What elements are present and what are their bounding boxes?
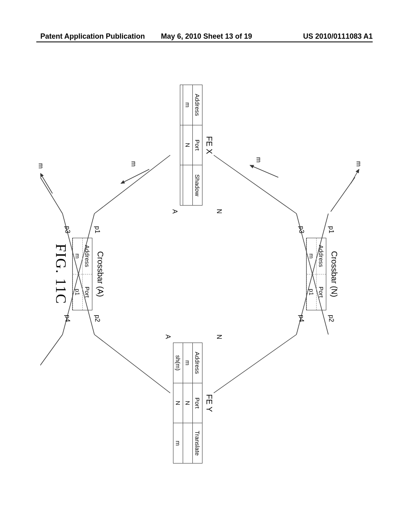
crossbar-n-port-p4: p4 [298,315,305,322]
svg-line-12 [121,169,149,183]
crossbar-a-cell-port: p1 [73,274,82,310]
crossbar-a: Crossbar (A) Address Port m p1 p1 p2 p3 … [72,153,105,395]
fe-x-table: Address Port Shadow m N [180,85,202,206]
fe-x-r1-port: N [183,125,192,166]
fe-y-header-port: Port [192,383,202,424]
fe-y-r2-translate: m [173,423,183,463]
header-right: US 2010/0111083 A1 [262,32,373,41]
figure-label: FIG. 11C [52,244,69,305]
fe-x-header-address: Address [192,85,202,125]
diagram-container: Crossbar (N) Address Port m p1 p1 p2 p3 … [40,73,363,476]
crossbar-a-port-p2: p2 [94,315,101,322]
fe-x-r2-shadow [180,165,183,205]
svg-line-14 [351,169,359,183]
crossbar-n: Crossbar (N) Address Port m p1 p1 p2 p3 … [306,153,339,395]
fe-y-label: FE Y [204,343,214,463]
fe-y-header-address: Address [192,343,202,383]
svg-line-8 [94,335,170,393]
fe-x-port-a: A [171,209,178,214]
crossbar-n-port-p3: p3 [298,226,305,233]
crossbar-n-cell-address: m [307,238,316,274]
crossbar-n-port-p1: p1 [327,226,335,233]
crossbar-a-header-port: Port [83,274,92,310]
fe-y-r1-address: m [183,343,192,383]
svg-line-11 [250,165,278,177]
fe-y-r2-address: sh(m) [173,343,183,383]
crossbar-a-cell-address: m [73,238,82,274]
fe-y-header-translate: Translate [192,423,202,463]
crossbar-n-header-address: Address [317,238,326,274]
fe-x-r2-port [180,125,183,166]
flow-m-upper: m [255,157,262,162]
fe-y-r1-port: N [183,383,192,424]
flow-m-bottom: m [37,163,44,168]
crossbar-n-port-p2: p2 [327,315,335,322]
header-center: May 6, 2010 Sheet 13 of 19 [151,32,262,41]
crossbar-n-label: Crossbar (N) [330,153,339,395]
fe-x-r1-shadow [183,165,192,205]
svg-line-5 [214,155,296,214]
crossbar-a-port-p1: p1 [94,226,101,233]
crossbar-n-table: Address Port m p1 p1 p2 p3 p4 [306,238,326,310]
fe-x-header-shadow: Shadow [192,165,202,205]
crossbar-a-table: Address Port m p1 p1 p2 p3 p4 [72,238,92,310]
crossbar-a-port-p3: p3 [64,226,71,233]
header-left: Patent Application Publication [40,32,151,41]
fe-y-r1-translate [183,423,192,463]
crossbar-a-header-address: Address [83,238,92,274]
crossbar-a-label: Crossbar (A) [96,153,105,395]
fe-y-table: Address Port Translate m N sh(m) N m [173,343,202,463]
flow-m-lower: m [130,161,137,166]
fe-x-port-n: N [215,209,223,214]
svg-line-13 [40,173,52,193]
fe-x-label: FE X [204,85,214,206]
fe-x-r1-address: m [183,85,192,125]
crossbar-n-header-port: Port [317,274,326,310]
fe-x: FE X Address Port Shadow m N N [180,85,214,206]
fe-y: FE Y Address Port Translate m N sh(m) N … [173,343,214,463]
fe-y-port-n: N [215,335,223,339]
fe-x-r2-address [180,85,183,125]
svg-line-9 [40,177,63,214]
fe-y-r2-port: N [173,383,183,424]
crossbar-n-cell-port: p1 [307,274,316,310]
fe-x-header-port: Port [192,125,202,166]
crossbar-a-port-p4: p4 [64,315,71,322]
svg-line-6 [214,335,296,393]
page-header: Patent Application Publication May 6, 20… [0,32,413,41]
fe-y-port-a: A [164,335,171,339]
header-rule [36,42,373,42]
flow-m-top: m [355,161,362,166]
svg-line-10 [40,335,63,371]
